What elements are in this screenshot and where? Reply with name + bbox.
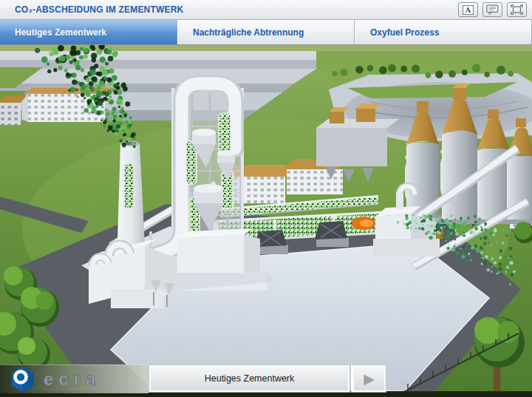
scene-caption-label: Heutiges Zementwerk: [205, 373, 295, 384]
tab-label: Oxyfuel Prozess: [370, 27, 439, 38]
header-bar: CO₂-ABSCHEIDUNG IM ZEMENTWERK A: [0, 0, 532, 20]
brand-bar: ecra: [0, 364, 149, 393]
kiln-flame: [352, 217, 375, 230]
tab-heutiges-zementwerk[interactable]: Heutiges Zementwerk: [0, 20, 177, 44]
tab-label: Heutiges Zementwerk: [15, 27, 106, 38]
font-size-icon: A: [463, 5, 474, 15]
page-title: CO₂-ABSCHEIDUNG IM ZEMENTWERK: [15, 4, 183, 15]
ecra-logo-icon: [10, 365, 36, 393]
tab-label: Nachträgliche Abtrennung: [193, 27, 304, 38]
notes-button[interactable]: [482, 2, 502, 17]
scene-caption: Heutiges Zementwerk: [149, 364, 350, 393]
tab-bar: Heutiges Zementwerk Nachträgliche Abtren…: [0, 20, 532, 45]
header-toolbar: A: [458, 2, 527, 17]
font-size-button[interactable]: A: [458, 2, 478, 17]
speech-bubble-icon: [486, 4, 499, 15]
application-window: CO₂-ABSCHEIDUNG IM ZEMENTWERK A: [0, 0, 532, 397]
play-icon: ▶: [364, 372, 375, 386]
fullscreen-button[interactable]: [507, 2, 527, 17]
fullscreen-icon: [511, 4, 523, 15]
tab-oxyfuel-prozess[interactable]: Oxyfuel Prozess: [355, 20, 532, 44]
ecra-logo-text: ecra: [44, 370, 100, 388]
play-button[interactable]: ▶: [351, 364, 386, 393]
cement-plant-3d-scene: [0, 45, 532, 397]
tab-nachtraegliche-abtrennung[interactable]: Nachträgliche Abtrennung: [177, 20, 355, 44]
